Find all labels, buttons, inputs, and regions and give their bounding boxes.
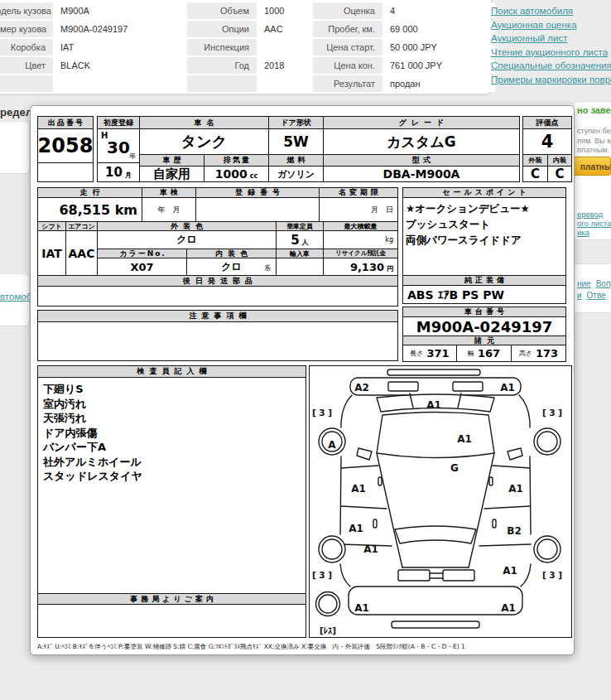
left-link-fragment[interactable]: втомоб [0, 292, 31, 302]
paid-access-button[interactable]: платным [571, 157, 611, 176]
vehicle-value: 69 000 [384, 21, 495, 37]
width-cell: 幅167 [456, 345, 512, 362]
model-code-header: 型式 [323, 154, 520, 167]
marker-spare: [ﾚｽ] [320, 625, 336, 635]
lot-number-value: 2058 [37, 128, 94, 163]
vehicle-label: Опции [187, 21, 257, 37]
first-registration-header: 初度登録 [97, 116, 140, 129]
score-value: 4 [522, 128, 572, 155]
nav-link[interactable]: Поиск автомобиля [491, 6, 611, 16]
recycle-deposit-value: 9,130円 [323, 258, 398, 276]
bottom-link-fragment[interactable]: и [577, 291, 582, 300]
era-letter: H [101, 131, 108, 140]
vehicle-label: Оценка [313, 2, 382, 19]
right-text-fragment: ступен белям. Вы мплатным. [577, 127, 611, 156]
lot-number-header: 出品番号 [37, 116, 94, 129]
vehicle-table: Модель кузоваM900AОбъем1000Оценка4Номер … [0, 2, 488, 92]
right-bottom-links: ниеВоприОтве [577, 275, 611, 298]
vehicle-value: M900A-0249197 [55, 21, 185, 37]
name-change-value: 月 日 [319, 197, 398, 222]
vehicle-label [187, 75, 257, 92]
car-diagram: A2A1A1[ 3 ][ 3 ]AA1GA1A1A1B2A1A1[ 3 ][ 3… [309, 365, 570, 640]
auction-sheet-popup: 出品番号 2058 初度登録 H 30 年 10 月 車名 タンク 車歴 自家用… [30, 105, 575, 655]
marker-cowl: A1 [426, 399, 441, 411]
import-value [276, 258, 324, 276]
marker-front-left-wheel: A [328, 439, 336, 451]
chassis-number-value: M900A-0249197 [402, 316, 566, 336]
vehicle-label: Объем [187, 2, 257, 19]
inspector-note: 社外アルミホイール [43, 455, 142, 470]
displacement-header: 排気量 [204, 154, 269, 167]
inspector-note: 天張汚れ [43, 411, 142, 426]
marker-rear-right-tire: [ 3 ] [542, 570, 562, 580]
right-text-line: платным. [577, 146, 611, 156]
vehicle-label: Результат [313, 75, 382, 92]
shaken-value: 年 月 [142, 197, 196, 222]
length-cell: 長さ371 [402, 345, 457, 362]
sales-points-header: セールスポイント [402, 187, 566, 198]
vehicle-value: 761 000 JPY [384, 57, 495, 74]
right-link-fragment[interactable]: ика [577, 228, 611, 237]
fuel-header: 燃料 [268, 154, 324, 167]
exterior-color-value: クロ [97, 230, 277, 249]
mileage-value: 68,515 km [37, 197, 142, 222]
displacement-value: 1000cc [204, 166, 269, 182]
nav-link[interactable]: Аукционная оценка [491, 20, 611, 30]
score-header: 評価点 [522, 116, 572, 129]
registration-number-value [195, 197, 320, 222]
sales-point-line: 両側パワースライドドア [406, 232, 563, 248]
nav-link[interactable]: Примеры маркировки поврежде [491, 75, 611, 84]
right-link-fragment[interactable]: ого листа у [577, 219, 611, 228]
vehicle-value: продан [384, 75, 495, 92]
marker-rear-fender-left: A1 [363, 543, 378, 555]
later-shipped-parts-header: 後日発送部品 [37, 275, 398, 287]
vehicle-value: BLACK [55, 57, 185, 74]
first-registration-month: 10 月 [97, 162, 140, 182]
vehicle-value: 50 000 JPY [384, 39, 495, 56]
grade-header: グレード [323, 116, 520, 129]
color-number-value: X07 [97, 258, 187, 276]
inspector-notes-header: 検査員記入欄 [37, 365, 306, 378]
inspector-note: ドア内張傷 [43, 426, 142, 441]
genuine-equipment-value: ABS ｴｱB PS PW [402, 285, 566, 304]
marker-front-bumper-left: A2 [354, 382, 369, 393]
right-links-fragment: ереводого листа уика [577, 210, 611, 237]
nav-link[interactable]: Специальные обозначения [491, 60, 611, 70]
inspector-note: スタッドレスタイヤ [43, 469, 142, 484]
vehicle-label: Инспекция [187, 39, 257, 56]
marker-front-left-tire: [ 3 ] [312, 408, 332, 418]
marker-roof: G [450, 462, 459, 474]
interior-grade-header: 内装 [547, 154, 572, 167]
car-name-header: 車名 [139, 116, 269, 129]
grade-value: カスタムG [323, 128, 520, 155]
aircon-value: AAC [65, 230, 98, 276]
marker-rear-quarter-right: A1 [503, 565, 517, 577]
lot-number-empty-cell [37, 162, 94, 182]
sales-point-line: ★オークションデビュー★ [406, 200, 563, 216]
exterior-grade-header: 外装 [522, 154, 548, 167]
nav-link[interactable]: Чтение аукционного листа [491, 47, 611, 57]
model-code-value: DBA-M900A [323, 166, 520, 182]
bottom-link-fragment[interactable]: Отве [587, 291, 606, 300]
interior-grade-value: C [547, 166, 572, 182]
interior-color-value: クロ 系 [186, 258, 277, 276]
inspector-note: バンパー下A [43, 440, 142, 455]
vehicle-label: Пробег, км. [313, 21, 382, 37]
vehicle-label: Цвет [0, 57, 53, 74]
marker-front-door-left: A1 [351, 483, 366, 495]
right-text-line: лям. Вы м [577, 137, 611, 147]
vehicle-label: Коробка [0, 39, 53, 56]
history-value: 自家用 [139, 166, 204, 182]
damage-legend: A:ｷｽﾞ U:ﾍｺﾐ B:ｷｽﾞを伴うﾍｺﾐ P:要塗装 W:補修跡 S:錆 … [37, 643, 572, 651]
later-shipped-parts-value [37, 286, 398, 307]
marker-front-bumper-right: A1 [500, 382, 515, 393]
nav-link[interactable]: Аукционный лист [491, 33, 611, 43]
vehicle-label [0, 75, 53, 92]
vehicle-value: IAT [55, 39, 185, 56]
exterior-grade-value: C [522, 166, 548, 182]
door-shape-header: ドア形状 [268, 116, 324, 129]
right-link-fragment[interactable]: еревод [577, 210, 611, 219]
vehicle-value [55, 75, 185, 92]
inspector-notes-list: 下廻りS室内汚れ天張汚れドア内張傷バンパー下A社外アルミホイールスタッドレスタイ… [43, 382, 142, 484]
inspector-note: 下廻りS [43, 382, 142, 397]
